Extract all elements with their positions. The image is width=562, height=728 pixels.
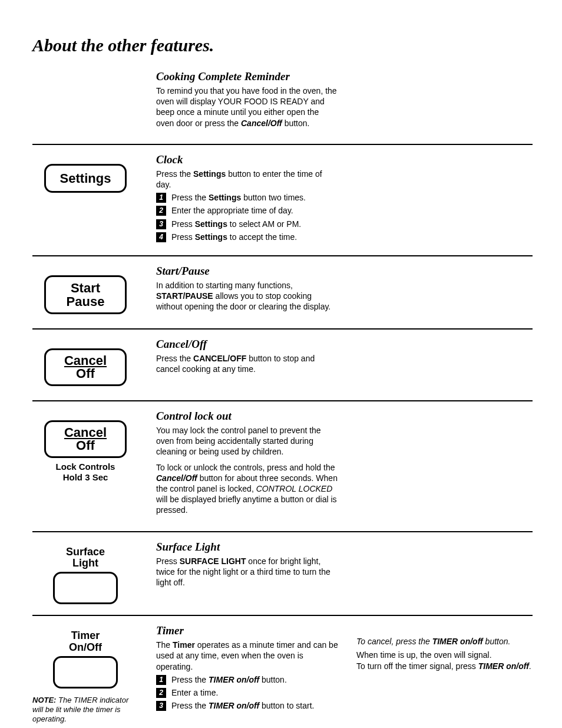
clock-step-3: 3Press Settings to select AM or PM. [156, 219, 339, 229]
t: Lock Controls [32, 462, 138, 472]
page-title: About the other features. [32, 35, 533, 55]
timer-right-col: To cancel, press the TIMER on/off button… [356, 624, 533, 724]
canceloff-body: Press the CANCEL/OFF button to stop and … [156, 353, 339, 374]
t: Press the [171, 193, 209, 202]
lockout-body: You may lock the control panel to preven… [156, 425, 339, 516]
startpause-body: In addition to starting many functions, … [156, 280, 339, 312]
t: to accept the time. [227, 232, 297, 242]
startpause-heading: Start/Pause [156, 265, 339, 278]
t: NOTE: [32, 696, 56, 704]
t: Hold 3 Sec [32, 472, 138, 483]
timer-step-1: 1Press the TIMER on/off button. [156, 674, 339, 685]
t: Pause [52, 295, 119, 308]
t: SURFACE LIGHT [180, 556, 246, 566]
t: CONTROL LOCKED [256, 484, 333, 493]
t: Enter the appropriate time of day. [171, 206, 293, 215]
t: to select AM or PM. [227, 219, 301, 229]
lock-caption: Lock Controls Hold 3 Sec [32, 462, 138, 483]
t: . [529, 661, 531, 671]
t: To turn off the timer signal, press [356, 661, 478, 671]
t: START/PAUSE [156, 291, 213, 301]
surface-heading: Surface Light [156, 541, 339, 554]
t: Light [32, 558, 138, 569]
t: button to start. [259, 701, 314, 710]
timer-steps: 1Press the TIMER on/off button. 2Enter a… [156, 674, 339, 711]
t: Start [52, 281, 119, 295]
clock-steps: 1Press the Settings button two times. 2E… [156, 192, 339, 242]
section-cooking-reminder: Cooking Complete Reminder To remind you … [32, 70, 533, 144]
surface-body: Press SURFACE LIGHT once for bright ligh… [156, 556, 339, 588]
reminder-btn-ref: Cancel/Off [241, 118, 282, 128]
section-startpause: Start Pause Start/Pause In addition to s… [32, 255, 533, 328]
t: TIMER on/off [432, 637, 483, 646]
t: To cancel, press the [356, 637, 432, 646]
t: Settings [195, 232, 227, 242]
settings-button-icon: Settings [44, 164, 127, 193]
section-lockout: Cancel Off Lock Controls Hold 3 Sec Cont… [32, 400, 533, 531]
section-timer: Timer On/Off NOTE: The TIMER indicator w… [32, 615, 533, 728]
t: In addition to starting many functions, [156, 281, 293, 290]
clock-step-2: 2Enter the appropriate time of day. [156, 205, 339, 216]
clock-intro: Press the Settings button to enter the t… [156, 169, 339, 190]
t: Off [76, 366, 95, 381]
t: Timer [173, 640, 195, 650]
section-surface-light: Surface Light Surface Light Press SURFAC… [32, 531, 533, 615]
clock-intro-a: Press the [156, 169, 193, 179]
t: Press the [171, 675, 209, 684]
t: On/Off [32, 642, 138, 654]
t: button. [259, 675, 287, 684]
t: Press the [156, 354, 193, 363]
t: Surface [32, 546, 138, 558]
t: Press [171, 219, 195, 229]
section-canceloff: Cancel Off Cancel/Off Press the CANCEL/O… [32, 328, 533, 400]
t: CANCEL/OFF [193, 354, 246, 363]
timer-step-3: 3Press the TIMER on/off button to start. [156, 700, 339, 711]
timer-step-2: 2Enter a time. [156, 687, 339, 698]
t: Enter a time. [171, 688, 218, 697]
cancel-off-hold-button-icon: Cancel Off [44, 420, 127, 458]
canceloff-heading: Cancel/Off [156, 338, 339, 351]
t: When time is up, the oven will signal. [356, 650, 492, 660]
timer-button-icon [53, 656, 118, 689]
clock-intro-b: Settings [193, 169, 226, 179]
reminder-text-b: button. [282, 118, 310, 128]
timer-label: Timer On/Off [32, 630, 138, 654]
surface-light-button-icon [53, 572, 118, 604]
t: Settings [209, 193, 241, 202]
t: You may lock the control panel to preven… [156, 425, 339, 457]
cancel-off-button-icon: Cancel Off [44, 348, 127, 386]
t: button. [483, 637, 511, 646]
t: Press [156, 556, 180, 566]
start-pause-button-icon: Start Pause [44, 275, 127, 314]
t: The [156, 640, 173, 650]
reminder-heading: Cooking Complete Reminder [156, 70, 339, 83]
clock-step-1: 1Press the Settings button two times. [156, 192, 339, 203]
timer-note: NOTE: The TIMER indicator will be lit wh… [32, 696, 138, 724]
t: will be displayed briefly anytime a butt… [156, 495, 337, 515]
lockout-heading: Control lock out [156, 410, 339, 423]
t: TIMER on/off [209, 675, 259, 684]
t: Off [76, 438, 95, 453]
clock-heading: Clock [156, 153, 339, 166]
timer-intro: The Timer operates as a minute timer and… [156, 640, 339, 672]
t: Press the [171, 701, 209, 710]
timer-heading: Timer [156, 624, 339, 637]
t: TIMER on/off [209, 701, 259, 710]
t: To lock or unlock the controls, press an… [156, 463, 335, 472]
surface-light-label: Surface Light [32, 546, 138, 570]
t: Press [171, 232, 195, 242]
reminder-body: To remind you that you have food in the … [156, 85, 339, 129]
t: Settings [195, 219, 227, 229]
t: Cancel/Off [156, 473, 197, 483]
t: TIMER on/off [478, 661, 529, 671]
clock-step-4: 4Press Settings to accept the time. [156, 232, 339, 242]
t: button two times. [241, 193, 306, 202]
section-clock: Settings Clock Press the Settings button… [32, 144, 533, 255]
t: Timer [32, 630, 138, 642]
